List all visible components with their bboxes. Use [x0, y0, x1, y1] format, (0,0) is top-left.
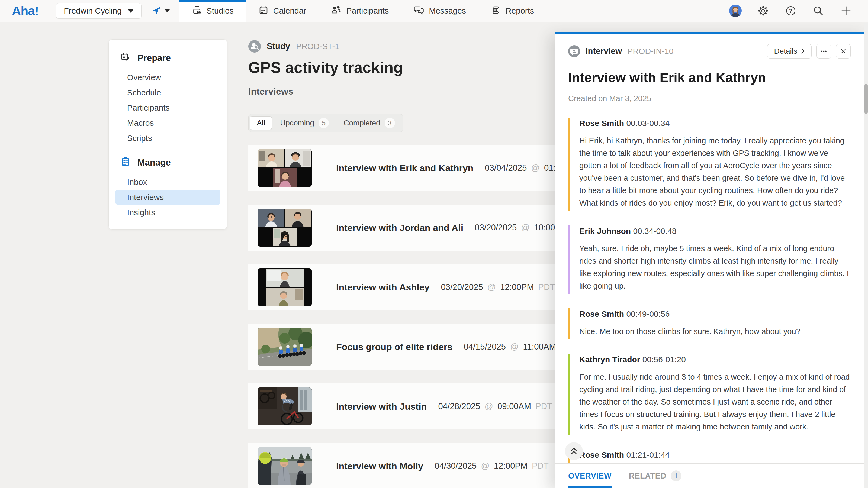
interview-title: Focus group of elite riders — [336, 342, 453, 352]
transcript-entry: Kathryn Tirador 00:56-01:20For me. I usu… — [568, 354, 851, 435]
clipboard-icon — [121, 157, 130, 168]
at-symbol: @ — [487, 282, 496, 292]
search-icon[interactable] — [812, 5, 825, 17]
speaker-name: Kathryn Tirador — [579, 355, 643, 364]
filter-completed[interactable]: Completed3 — [337, 116, 401, 130]
tab-participants[interactable]: Participants — [318, 0, 401, 22]
details-label: Details — [774, 47, 797, 56]
top-nav: Aha! Fredwin Cycling StudiesCalendarPart… — [0, 0, 868, 22]
speaker-timerange: 00:03-00:34 — [626, 119, 670, 128]
tab-label: Reports — [505, 6, 534, 15]
calendar-icon — [258, 5, 268, 17]
drawer-record-type: Interview — [586, 46, 622, 56]
help-icon[interactable]: ? — [784, 5, 797, 17]
sidebar-item-scripts[interactable]: Scripts — [115, 131, 220, 146]
interview-date: 04/30/2025 — [435, 461, 476, 471]
filter-label: Upcoming — [280, 119, 314, 127]
svg-text:?: ? — [789, 8, 793, 14]
interview-record-icon — [568, 45, 580, 57]
speaker-timerange: 01:21-01:44 — [626, 450, 670, 459]
interview-filter-tabs: AllUpcoming5Completed3 — [248, 114, 403, 132]
aha-logo[interactable]: Aha! — [12, 3, 38, 18]
filter-all[interactable]: All — [250, 116, 272, 130]
interview-thumbnail-molly — [257, 447, 312, 485]
sidebar-item-participants[interactable]: Participants — [115, 100, 220, 116]
transcript-entry-header: Kathryn Tirador 00:56-01:20 — [579, 355, 851, 364]
drawer-tab-label: RELATED — [629, 471, 666, 480]
interview-datetime: 04/30/2025@12:00PMPDT — [435, 461, 549, 471]
gear-icon[interactable] — [757, 5, 769, 17]
interview-datetime: 04/28/2025@09:00AMPDT — [438, 401, 552, 411]
tab-label: Messages — [429, 6, 466, 15]
at-symbol: @ — [521, 223, 529, 232]
calendar-pencil-icon — [121, 52, 130, 64]
messages-icon — [414, 5, 424, 17]
transcript-entry-header: Rose Smith 01:21-01:44 — [579, 450, 851, 460]
drawer-tab-count-badge: 1 — [671, 470, 682, 481]
interview-title: Interview with Erik and Kathryn — [336, 163, 473, 173]
at-symbol: @ — [531, 163, 540, 173]
speaker-timerange: 00:56-01:20 — [643, 355, 686, 364]
interview-date: 03/04/2025 — [485, 163, 527, 173]
speaker-name: Rose Smith — [579, 450, 626, 459]
transcript-entry: Rose Smith 00:03-00:34Hi Erik, hi Kathry… — [568, 118, 851, 211]
avatar[interactable] — [729, 5, 742, 17]
interview-drawer: Interview PROD-IN-10 Details Interview w… — [555, 32, 868, 488]
transcript-entry-header: Rose Smith 00:03-00:34 — [579, 119, 851, 128]
filter-upcoming[interactable]: Upcoming5 — [274, 116, 335, 130]
tab-label: Participants — [346, 6, 389, 15]
drawer-footer-tabs: OVERVIEWRELATED1 — [555, 463, 868, 488]
sidebar-item-inbox[interactable]: Inbox — [115, 174, 220, 190]
transcript-entry: Erik Johnson 00:34-00:48Yeah, sure. I ri… — [568, 225, 851, 294]
sidebar-item-schedule[interactable]: Schedule — [115, 85, 220, 100]
drawer-tab-label: OVERVIEW — [568, 471, 612, 480]
more-options-button[interactable] — [816, 44, 831, 59]
sidebar-section-title: Manage — [137, 157, 171, 168]
participants-icon — [331, 5, 341, 17]
scrollbar-thumb[interactable] — [865, 84, 868, 114]
interview-title: Interview with Ashley — [336, 282, 430, 293]
filter-count-badge: 3 — [385, 118, 395, 128]
plus-icon[interactable] — [840, 5, 852, 17]
sidebar-item-overview[interactable]: Overview — [115, 70, 220, 85]
speaker-name: Erik Johnson — [579, 227, 633, 235]
navigate-arrow-icon — [152, 6, 161, 16]
sidebar-item-insights[interactable]: Insights — [115, 205, 220, 220]
interview-thumbnail-justin — [257, 388, 312, 425]
sidebar-item-macros[interactable]: Macros — [115, 116, 220, 131]
at-symbol: @ — [510, 342, 519, 352]
sidebar-section-prepare: Prepare — [109, 52, 227, 64]
speaker-timerange: 00:49-00:56 — [626, 310, 670, 318]
interview-datetime: 03/20/2025@12:00PMPDT — [441, 282, 555, 292]
transcript-text: Nice. Me too on those climbs for sure. K… — [579, 325, 851, 337]
collapse-button[interactable] — [565, 442, 583, 460]
interview-title: Interview with Justin — [336, 401, 427, 412]
transcript-entry: Rose Smith 00:49-00:56Nice. Me too on th… — [568, 308, 851, 339]
sidebar-section-manage: Manage — [109, 157, 227, 168]
nav-right-icons: ? — [729, 5, 852, 17]
navigate-menu[interactable] — [152, 6, 170, 16]
ellipsis-icon — [820, 47, 828, 55]
transcript: Rose Smith 00:03-00:34Hi Erik, hi Kathry… — [568, 118, 851, 463]
sidebar-item-interviews[interactable]: Interviews — [115, 190, 220, 205]
interview-thumbnail-erik-kathryn — [257, 149, 312, 187]
tab-calendar[interactable]: Calendar — [246, 0, 319, 22]
filter-count-badge: 5 — [318, 118, 329, 128]
interview-date: 03/20/2025 — [441, 282, 483, 292]
sidebar-section-title: Prepare — [137, 53, 171, 63]
tab-messages[interactable]: Messages — [401, 0, 478, 22]
close-button[interactable] — [836, 44, 851, 59]
drawer-tab-related[interactable]: RELATED1 — [629, 464, 682, 488]
tab-studies[interactable]: Studies — [180, 0, 246, 22]
transcript-text: For me. I usually ride around 3 to 4 tim… — [579, 371, 851, 433]
interview-time: 12:00PM — [494, 461, 528, 471]
interview-timezone: PDT — [535, 401, 552, 411]
tab-reports[interactable]: Reports — [478, 0, 547, 22]
reports-icon — [491, 5, 501, 17]
drawer-tab-overview[interactable]: OVERVIEW — [568, 464, 612, 488]
workspace-switcher[interactable]: Fredwin Cycling — [56, 3, 141, 19]
transcript-entry-header: Erik Johnson 00:34-00:48 — [579, 227, 851, 236]
interview-time: 11:00AM — [523, 342, 556, 352]
details-button[interactable]: Details — [767, 44, 812, 59]
at-symbol: @ — [485, 401, 493, 411]
